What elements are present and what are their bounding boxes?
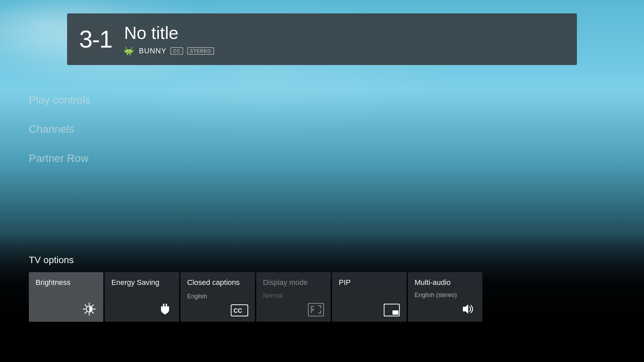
nav-partner-row[interactable]: Partner Row (29, 152, 90, 165)
cc-icon: CC (187, 304, 248, 316)
svg-text:CC: CC (233, 307, 242, 314)
channel-meta: BUNNY CC STEREO (124, 46, 214, 56)
nav-channels[interactable]: Channels (29, 123, 90, 135)
tile-pip-label: PIP (339, 278, 400, 287)
channel-info: No title (124, 23, 214, 56)
nav-play-controls[interactable]: Play controls (29, 94, 90, 106)
tile-energy-label: Energy Saving (111, 278, 172, 287)
audio-icon (415, 302, 476, 316)
channel-number: 3-1 (79, 25, 112, 53)
svg-rect-20 (164, 312, 166, 314)
badge-cc: CC (170, 47, 183, 55)
svg-rect-18 (163, 304, 164, 306)
svg-line-0 (126, 47, 127, 49)
tile-energy-saving[interactable]: Energy Saving (105, 272, 179, 322)
svg-point-4 (130, 50, 131, 51)
svg-rect-6 (129, 54, 131, 55)
android-icon (124, 46, 133, 56)
svg-line-1 (131, 47, 132, 49)
svg-rect-25 (392, 310, 398, 315)
badge-stereo: STEREO (187, 47, 214, 55)
options-grid: Brightness Ene (29, 272, 644, 322)
svg-rect-7 (124, 50, 125, 52)
tile-audio-sublabel: English (stereo) (415, 292, 476, 299)
energy-icon (111, 302, 172, 316)
tile-cc-sublabel: English (187, 293, 248, 300)
svg-rect-8 (132, 50, 133, 52)
pip-icon (339, 304, 400, 316)
svg-marker-26 (463, 304, 468, 314)
svg-line-15 (92, 305, 93, 306)
svg-rect-19 (166, 304, 167, 306)
svg-line-13 (85, 305, 87, 306)
tile-display-label: Display mode (263, 278, 324, 287)
tile-audio-label: Multi-audio (415, 278, 476, 287)
svg-rect-23 (308, 303, 324, 316)
channel-title: No title (124, 23, 214, 43)
tile-cc-label: Closed captions (187, 278, 248, 287)
channel-source: BUNNY (139, 47, 166, 55)
tile-brightness-label: Brightness (36, 278, 97, 287)
tile-display-mode[interactable]: Display mode Normal (256, 272, 331, 322)
svg-point-3 (127, 50, 128, 51)
svg-rect-2 (125, 49, 132, 54)
tile-multi-audio[interactable]: Multi-audio English (stereo) (408, 272, 482, 322)
tile-pip[interactable]: PIP (332, 272, 407, 322)
tv-options-section: TV options Brightness (29, 255, 644, 322)
display-icon (263, 303, 324, 316)
channel-card: 3-1 No title (67, 13, 577, 65)
left-nav: Play controls Channels Partner Row (29, 94, 90, 165)
svg-rect-5 (127, 54, 128, 55)
tile-brightness[interactable]: Brightness (29, 272, 103, 322)
tile-closed-captions[interactable]: Closed captions English CC (180, 272, 255, 322)
tv-options-title: TV options (29, 255, 644, 265)
brightness-icon (36, 302, 97, 316)
svg-line-16 (85, 312, 87, 313)
tile-display-sublabel: Normal (263, 292, 324, 299)
svg-line-14 (92, 312, 93, 313)
